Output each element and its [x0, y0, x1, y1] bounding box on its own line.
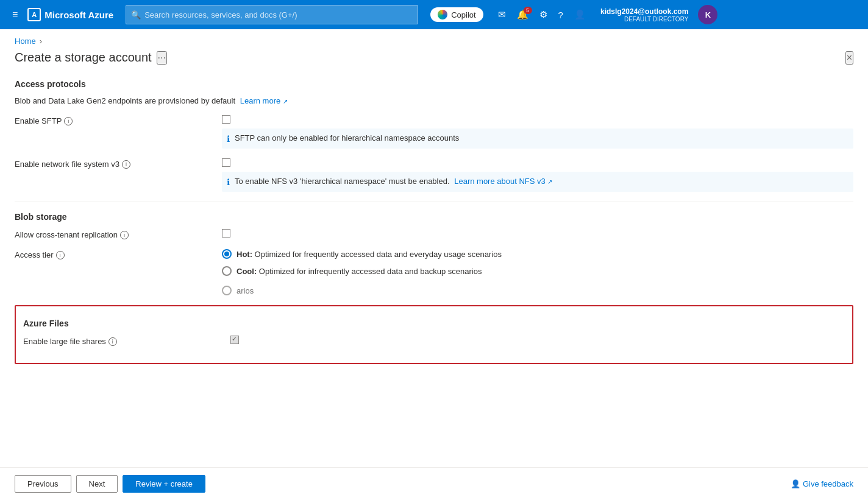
sftp-info-icon: ℹ	[227, 134, 230, 144]
copilot-icon	[438, 10, 447, 19]
search-icon: 🔍	[131, 10, 141, 19]
close-button[interactable]: ×	[845, 51, 853, 65]
mail-icon[interactable]: ✉	[493, 5, 511, 24]
nfs-info-icon: ℹ	[227, 177, 230, 187]
blob-storage-section-title: Blob storage	[15, 212, 853, 222]
breadcrumb-home[interactable]: Home	[15, 37, 36, 46]
footer: Previous Next Review + create 👤 Give fee…	[0, 467, 868, 500]
user-email: kidslg2024@outlook.com	[600, 7, 688, 16]
access-protocols-info: Blob and Data Lake Gen2 endpoints are pr…	[15, 96, 853, 105]
enable-nfs-checkbox[interactable]	[222, 158, 230, 167]
copilot-button[interactable]: Copilot	[430, 7, 483, 22]
search-input[interactable]	[144, 10, 413, 19]
nfs-info-text: To enable NFS v3 'hierarchical namespace…	[235, 177, 552, 186]
search-bar[interactable]: 🔍	[126, 5, 418, 24]
large-file-shares-checkbox[interactable]	[230, 336, 239, 344]
app-logo: A Microsoft Azure	[27, 8, 113, 21]
hot-tier-label: Hot: Optimized for frequently accessed d…	[237, 250, 502, 259]
page-menu-button[interactable]: ···	[157, 51, 167, 65]
breadcrumb: Home ›	[0, 29, 868, 46]
extra-tier-radio[interactable]	[222, 286, 232, 295]
azure-files-section-title: Azure Files	[23, 319, 845, 328]
page-title: Create a storage account	[15, 51, 152, 65]
hamburger-menu-icon[interactable]: ≡	[7, 7, 23, 23]
hot-tier-radio[interactable]	[222, 249, 232, 259]
extra-tier-label	[15, 286, 222, 287]
access-protocols-learn-more[interactable]: Learn more	[240, 96, 280, 105]
nfs-external-icon: ↗	[547, 178, 552, 185]
large-file-shares-label: Enable large file shares i	[23, 336, 230, 346]
azure-logo-icon: A	[27, 8, 41, 21]
enable-nfs-info-icon[interactable]: i	[122, 160, 130, 169]
extra-tier-option: arios	[222, 286, 853, 295]
help-icon[interactable]: ?	[553, 6, 568, 24]
cool-tier-radio[interactable]	[222, 266, 232, 276]
access-tier-info-icon[interactable]: i	[56, 251, 65, 259]
cross-tenant-row: Allow cross-tenant replication i	[15, 229, 853, 239]
copilot-label: Copilot	[451, 10, 475, 19]
enable-nfs-control: ℹ To enable NFS v3 'hierarchical namespa…	[222, 158, 853, 192]
access-tier-control: Hot: Optimized for frequently accessed d…	[222, 249, 853, 276]
enable-sftp-checkbox[interactable]	[222, 115, 230, 124]
azure-files-highlighted-box: Provides file share support up to a maxi…	[15, 305, 853, 364]
user-directory: DEFAULT DIRECTORY	[600, 16, 688, 23]
extra-tier-partial-label: arios	[237, 286, 254, 295]
nav-icons: ✉ 🔔 5 ⚙ ? 👤	[493, 5, 591, 24]
enable-sftp-label: Enable SFTP i	[15, 115, 222, 125]
enable-sftp-info-icon[interactable]: i	[64, 117, 73, 125]
large-file-shares-info-icon[interactable]: i	[108, 337, 117, 346]
cool-tier-label: Cool: Optimized for infrequently accesse…	[237, 267, 482, 276]
enable-sftp-row: Enable SFTP i ℹ SFTP can only be enabled…	[15, 115, 853, 149]
cross-tenant-info-icon[interactable]: i	[120, 231, 129, 239]
access-tier-label: Access tier i	[15, 249, 222, 259]
large-file-shares-row: Enable large file shares i	[23, 336, 845, 346]
external-link-icon: ↗	[283, 98, 288, 105]
access-tier-radio-group: Hot: Optimized for frequently accessed d…	[222, 249, 853, 276]
access-protocols-section-title: Access protocols	[15, 79, 853, 89]
user-info: kidslg2024@outlook.com DEFAULT DIRECTORY	[600, 7, 688, 23]
sftp-info-text: SFTP can only be enabled for hierarchica…	[235, 133, 459, 143]
access-tier-row: Access tier i Hot: Optimized for frequen…	[15, 249, 853, 276]
review-create-button[interactable]: Review + create	[123, 475, 205, 493]
avatar[interactable]: K	[698, 5, 717, 24]
nfs-learn-more[interactable]: Learn more about NFS v3	[454, 177, 546, 186]
feedback-icon[interactable]: 👤	[569, 5, 591, 24]
cool-tier-option[interactable]: Cool: Optimized for infrequently accesse…	[222, 266, 853, 276]
top-navigation: ≡ A Microsoft Azure 🔍 Copilot ✉ 🔔 5 ⚙ ? …	[0, 0, 868, 29]
nfs-info-box: ℹ To enable NFS v3 'hierarchical namespa…	[222, 172, 853, 192]
extra-tier-row: arios	[15, 286, 853, 295]
cross-tenant-control	[222, 229, 853, 238]
cross-tenant-label: Allow cross-tenant replication i	[15, 229, 222, 239]
notifications-icon[interactable]: 🔔 5	[512, 5, 533, 24]
enable-sftp-control: ℹ SFTP can only be enabled for hierarchi…	[222, 115, 853, 149]
give-feedback-button[interactable]: 👤 Give feedback	[791, 479, 853, 488]
notifications-badge: 5	[524, 7, 532, 14]
cross-tenant-checkbox[interactable]	[222, 229, 230, 238]
main-area: Home › Create a storage account ··· × Ac…	[0, 29, 868, 500]
enable-nfs-row: Enable network file system v3 i ℹ To ena…	[15, 158, 853, 192]
give-feedback-label: Give feedback	[803, 479, 853, 488]
extra-tier-control: arios	[222, 286, 853, 295]
next-button[interactable]: Next	[76, 475, 118, 493]
divider-1	[15, 202, 853, 202]
hot-tier-option[interactable]: Hot: Optimized for frequently accessed d…	[222, 249, 853, 259]
enable-nfs-label: Enable network file system v3 i	[15, 158, 222, 169]
app-name: Microsoft Azure	[44, 10, 113, 20]
sftp-info-box: ℹ SFTP can only be enabled for hierarchi…	[222, 129, 853, 149]
settings-icon[interactable]: ⚙	[535, 5, 552, 24]
previous-button[interactable]: Previous	[15, 475, 71, 493]
breadcrumb-separator: ›	[40, 37, 42, 46]
page-header: Create a storage account ··· ×	[0, 46, 868, 74]
large-file-shares-control	[230, 336, 845, 344]
content-area: Access protocols Blob and Data Lake Gen2…	[0, 74, 868, 467]
give-feedback-icon: 👤	[791, 479, 800, 488]
